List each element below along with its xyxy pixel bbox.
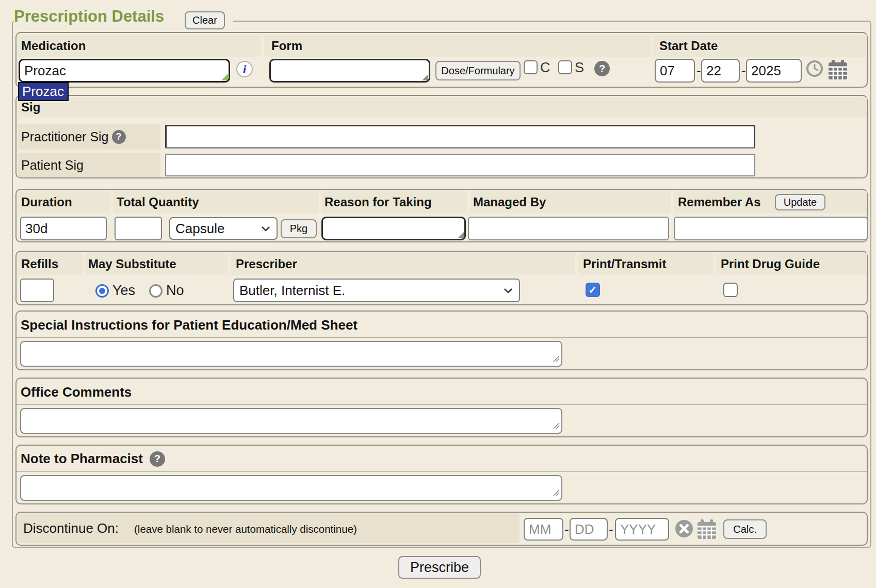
date-separator: - — [696, 63, 701, 79]
reason-label: Reason for Taking — [321, 195, 432, 209]
calc-button[interactable]: Calc. — [723, 519, 767, 539]
divider — [17, 337, 867, 338]
divider — [17, 471, 867, 472]
refills-input[interactable] — [20, 279, 54, 302]
sample-checkbox[interactable] — [558, 60, 572, 74]
form-input[interactable] — [269, 59, 430, 83]
date-separator: - — [564, 521, 569, 537]
prescriber-value: Butler, Internist E. — [239, 283, 345, 299]
start-year-input[interactable] — [746, 59, 802, 83]
note-to-pharmacist-box: Note to Pharmacist ? — [15, 445, 868, 504]
remember-as-input[interactable] — [674, 217, 868, 240]
sample-checkbox-label: S — [575, 60, 584, 76]
medication-input[interactable] — [19, 59, 230, 83]
special-instructions-textarea[interactable] — [21, 342, 561, 366]
managed-by-input[interactable] — [468, 217, 669, 240]
may-substitute-label: May Substitute — [85, 257, 176, 271]
start-day-input[interactable] — [701, 59, 740, 83]
resize-grip-icon[interactable] — [551, 488, 560, 498]
patient-sig-label: Patient Sig — [21, 158, 84, 173]
note-to-pharmacist-textarea[interactable] — [21, 476, 561, 500]
substitute-yes-radio[interactable] — [95, 284, 109, 298]
clear-button[interactable]: Clear — [185, 11, 225, 29]
note-to-pharmacist-help-icon[interactable]: ? — [150, 451, 165, 467]
substitute-no-label[interactable]: No — [166, 283, 184, 299]
discontinue-year-input[interactable] — [615, 518, 669, 541]
quantity-unit-value: Capsule — [175, 221, 224, 237]
start-date-clock-icon[interactable] — [806, 60, 823, 77]
date-separator: - — [741, 63, 746, 79]
prescribe-button[interactable]: Prescribe — [398, 556, 481, 579]
reason-autocomplete-corner — [458, 232, 464, 238]
page-title: Prescription Details — [14, 7, 164, 26]
discontinue-box: Discontinue On: (leave blank to never au… — [15, 512, 868, 546]
discontinue-calendar-icon[interactable] — [696, 518, 717, 540]
details-row-box: Duration Total Quantity Reason for Takin… — [15, 189, 868, 242]
controlled-checkbox[interactable] — [524, 60, 538, 74]
discontinue-month-input[interactable] — [524, 518, 563, 541]
practitioner-sig-help-icon[interactable]: ? — [112, 130, 126, 144]
legend: Prescription Details Clear — [14, 6, 233, 30]
medication-autocomplete-corner — [221, 74, 228, 80]
quantity-input[interactable] — [115, 217, 162, 240]
office-comments-box: Office Comments — [15, 378, 868, 437]
print-transmit-label: Print/Transmit — [578, 257, 666, 271]
divider — [17, 404, 867, 405]
refills-label: Refills — [18, 257, 58, 271]
reason-input[interactable] — [321, 217, 466, 240]
substitute-yes-label[interactable]: Yes — [112, 283, 135, 299]
remember-as-label: Remember As — [674, 195, 761, 209]
practitioner-sig-input[interactable] — [165, 125, 755, 149]
update-button[interactable]: Update — [775, 194, 825, 210]
practitioner-sig-label: Practitioner Sig — [21, 129, 109, 144]
prescriber-select[interactable]: Butler, Internist E. — [233, 279, 520, 302]
discontinue-label: Discontinue On: — [23, 520, 119, 536]
form-label: Form — [264, 39, 302, 53]
sig-header: Sig — [18, 100, 40, 115]
controlled-checkbox-label: C — [540, 60, 550, 76]
medication-suggestion-item[interactable]: Prozac — [18, 82, 69, 101]
total-quantity-label: Total Quantity — [113, 195, 199, 209]
print-drug-guide-checkbox[interactable] — [723, 283, 738, 297]
date-separator: - — [609, 521, 613, 537]
form-autocomplete-corner — [422, 74, 428, 80]
substitute-no-radio[interactable] — [149, 284, 163, 298]
medication-label: Medication — [18, 39, 86, 53]
resize-grip-icon[interactable] — [551, 354, 560, 364]
sig-box: Sig Practitioner Sig ? Patient Sig — [15, 95, 868, 178]
print-drug-guide-label: Print Drug Guide — [716, 257, 820, 271]
note-to-pharmacist-header: Note to Pharmacist — [21, 451, 143, 467]
special-instructions-header: Special Instructions for Patient Educati… — [21, 317, 358, 333]
pkg-button[interactable]: Pkg — [281, 219, 317, 238]
managed-by-label: Managed By — [470, 195, 546, 209]
duration-input[interactable] — [20, 217, 107, 240]
start-month-input[interactable] — [655, 59, 695, 83]
dose-formulary-button[interactable]: Dose/Formulary — [435, 61, 521, 80]
prescription-details-screen: Prescription Details Clear Medication Fo… — [0, 0, 876, 588]
resize-grip-icon[interactable] — [551, 421, 560, 431]
office-comments-textarea[interactable] — [21, 409, 561, 433]
medication-row-box: Medication Form Start Date i Dose/Formul… — [15, 32, 868, 88]
clear-date-icon[interactable] — [675, 519, 693, 538]
discontinue-hint: (leave blank to never automatically disc… — [134, 523, 357, 535]
cs-help-icon[interactable]: ? — [594, 61, 610, 76]
special-instructions-box: Special Instructions for Patient Educati… — [15, 311, 868, 370]
refills-row-box: Refills May Substitute Prescriber Print/… — [15, 251, 868, 305]
chevron-down-icon — [504, 288, 513, 293]
duration-label: Duration — [18, 195, 72, 209]
chevron-down-icon — [261, 226, 270, 232]
discontinue-day-input[interactable] — [570, 518, 608, 541]
start-date-label: Start Date — [653, 39, 718, 53]
print-transmit-checkbox[interactable]: ✓ — [586, 283, 600, 297]
quantity-unit-select[interactable]: Capsule — [169, 217, 278, 240]
patient-sig-input[interactable] — [165, 154, 755, 176]
medication-info-icon[interactable]: i — [236, 61, 253, 77]
office-comments-header: Office Comments — [21, 384, 132, 400]
start-date-calendar-icon[interactable] — [828, 59, 848, 80]
prescriber-label: Prescriber — [231, 257, 297, 271]
